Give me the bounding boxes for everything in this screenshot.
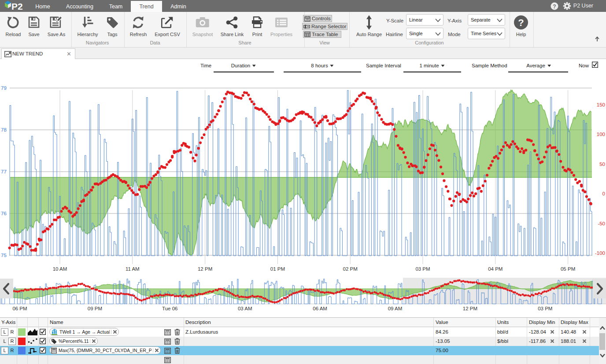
svg-text:0: 0	[602, 191, 605, 196]
svg-text:100: 100	[597, 132, 605, 137]
svg-text:78: 78	[1, 127, 7, 132]
svg-text:06 PM: 06 PM	[12, 306, 27, 311]
svg-text:50: 50	[599, 162, 605, 167]
svg-text:P2: P2	[11, 1, 23, 11]
svg-text:?: ?	[518, 17, 524, 28]
svg-text:02 PM: 02 PM	[343, 266, 358, 272]
svg-text:Tue 06: Tue 06	[162, 306, 177, 311]
svg-text:11 AM: 11 AM	[126, 266, 140, 272]
svg-text:03 AM: 03 AM	[238, 306, 252, 311]
svg-text:05 PM: 05 PM	[561, 266, 575, 272]
svg-text:150: 150	[597, 102, 605, 107]
svg-text:09 PM: 09 PM	[88, 306, 102, 311]
svg-text:-100: -100	[595, 250, 605, 256]
svg-text:75: 75	[1, 253, 7, 258]
svg-text:04 PM: 04 PM	[488, 266, 503, 272]
svg-text:77: 77	[1, 169, 7, 174]
svg-text:10 AM: 10 AM	[53, 266, 67, 272]
svg-text:03 PM: 03 PM	[538, 306, 552, 311]
svg-text:12 PM: 12 PM	[198, 266, 212, 272]
svg-text:06 AM: 06 AM	[313, 306, 327, 311]
svg-text:01 PM: 01 PM	[270, 266, 285, 272]
svg-text:03 PM: 03 PM	[415, 266, 430, 272]
svg-text:12 PM: 12 PM	[463, 306, 477, 311]
svg-text:09 AM: 09 AM	[388, 306, 403, 311]
svg-text:-50: -50	[598, 221, 605, 226]
svg-text:?: ?	[553, 4, 556, 10]
svg-text:76: 76	[1, 211, 7, 216]
svg-text:79: 79	[1, 85, 7, 91]
